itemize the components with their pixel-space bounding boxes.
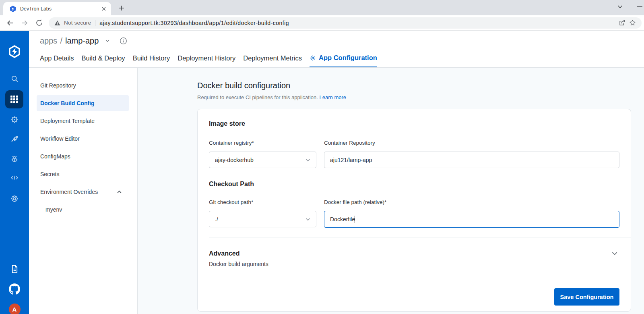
- forward-button[interactable]: [19, 17, 30, 29]
- tab-app-details[interactable]: App Details: [40, 54, 74, 67]
- browser-toolbar: Not secure ajay.studentsupport.tk:30293/…: [0, 15, 644, 31]
- url-text[interactable]: ajay.studentsupport.tk:30293/dashboard/a…: [99, 20, 617, 26]
- tab-deployment-metrics[interactable]: Deployment Metrics: [243, 54, 302, 67]
- page-subtitle: Required to execute CI pipelines for thi…: [197, 94, 631, 101]
- nav-item-workflow-editor[interactable]: Workflow Editor: [37, 131, 129, 147]
- app-tabs: App Details Build & Deploy Build History…: [40, 54, 385, 67]
- container-registry-select[interactable]: ajay-dockerhub: [209, 152, 316, 168]
- nav-item-secrets[interactable]: Secrets: [37, 166, 129, 182]
- app-shell: A apps / lamp-app App Details Build & De…: [0, 31, 644, 314]
- devtron-favicon-icon: [9, 5, 17, 12]
- save-configuration-button[interactable]: Save Configuration: [554, 288, 619, 306]
- deployment-rocket-icon[interactable]: [0, 135, 29, 144]
- config-nav: Git Repository Docker Build Config Deplo…: [29, 68, 138, 314]
- text-caret: [355, 216, 355, 223]
- container-registry-label: Container registry*: [209, 139, 316, 146]
- window-minimize-icon[interactable]: [635, 2, 644, 11]
- applications-grid-icon: [10, 95, 19, 104]
- bookmark-star-icon[interactable]: [627, 18, 638, 28]
- security-bug-icon[interactable]: [0, 154, 29, 163]
- app-switch-chevron-icon[interactable]: [105, 38, 110, 44]
- tab-build-deploy[interactable]: Build & Deploy: [81, 54, 125, 67]
- collapse-chevron-icon[interactable]: [116, 189, 122, 195]
- omnibox-separator: [95, 20, 95, 26]
- breadcrumb-apps[interactable]: apps: [40, 36, 57, 46]
- not-secure-warning-icon[interactable]: [54, 20, 60, 26]
- select-chevron-icon: [305, 157, 311, 163]
- select-chevron-icon: [305, 216, 311, 223]
- global-config-gear-icon[interactable]: [0, 194, 29, 203]
- git-checkout-path-select[interactable]: ./: [209, 211, 316, 227]
- nav-item-myenv[interactable]: myenv: [37, 202, 129, 218]
- checkout-path-heading: Checkout Path: [209, 180, 619, 188]
- docker-build-arguments-label: Docker build arguments: [209, 261, 619, 268]
- tab-build-history[interactable]: Build History: [133, 54, 170, 67]
- devtron-sidebar: A: [0, 31, 29, 314]
- user-avatar[interactable]: A: [0, 304, 29, 314]
- image-store-heading: Image store: [209, 120, 619, 128]
- breadcrumb: apps / lamp-app: [40, 35, 127, 46]
- share-icon[interactable]: [617, 18, 627, 28]
- app-config-gear-icon: [310, 55, 316, 61]
- address-bar[interactable]: Not secure ajay.studentsupport.tk:30293/…: [49, 17, 642, 29]
- app-header: apps / lamp-app App Details Build & Depl…: [29, 31, 644, 68]
- docker-file-path-label: Docker file path (relative)*: [324, 199, 619, 206]
- applications-nav-active[interactable]: [5, 90, 23, 108]
- browser-tab[interactable]: DevTron Labs: [3, 2, 111, 15]
- nav-item-environment-overrides[interactable]: Environment Overrides: [37, 184, 129, 200]
- container-repository-label: Container Repository: [324, 139, 619, 146]
- nav-item-git-repository[interactable]: Git Repository: [37, 77, 129, 94]
- advanced-heading: Advanced: [209, 249, 239, 258]
- nav-item-configmaps[interactable]: ConfigMaps: [37, 148, 129, 164]
- tab-title: DevTron Labs: [20, 6, 100, 12]
- app-info-icon[interactable]: [120, 37, 127, 45]
- tab-close-icon[interactable]: [100, 5, 107, 12]
- breadcrumb-separator: /: [60, 36, 62, 46]
- helm-charts-icon[interactable]: [0, 115, 29, 124]
- search-icon[interactable]: [0, 75, 29, 83]
- breadcrumb-app-name[interactable]: lamp-app: [65, 36, 99, 46]
- tab-app-configuration[interactable]: App Configuration: [310, 54, 377, 67]
- app-body: Git Repository Docker Build Config Deplo…: [29, 68, 644, 314]
- learn-more-link[interactable]: Learn more: [320, 94, 346, 100]
- page-title: Docker build configuration: [197, 80, 631, 91]
- nav-item-docker-build-config[interactable]: Docker Build Config: [37, 95, 129, 111]
- github-icon[interactable]: [0, 283, 29, 295]
- tab-search-icon[interactable]: [615, 2, 625, 11]
- docs-file-icon[interactable]: [0, 264, 29, 274]
- browser-tab-strip: DevTron Labs: [0, 0, 644, 15]
- devtron-logo-icon[interactable]: [8, 45, 21, 58]
- reload-button[interactable]: [33, 17, 45, 29]
- bulk-edit-code-icon[interactable]: [0, 173, 29, 182]
- advanced-expand-chevron-icon[interactable]: [611, 250, 619, 258]
- tab-deployment-history[interactable]: Deployment History: [178, 54, 235, 67]
- container-repository-input[interactable]: [324, 152, 619, 168]
- new-tab-button[interactable]: [116, 3, 127, 13]
- back-button[interactable]: [4, 17, 16, 29]
- nav-item-deployment-template[interactable]: Deployment Template: [37, 113, 129, 129]
- app-right-column: apps / lamp-app App Details Build & Depl…: [29, 31, 644, 314]
- security-label[interactable]: Not secure: [64, 20, 91, 26]
- main-content: Docker build configuration Required to e…: [138, 68, 644, 314]
- docker-file-path-input[interactable]: [324, 211, 619, 228]
- git-checkout-path-label: Git checkout path*: [209, 199, 316, 206]
- section-divider: [209, 237, 631, 237]
- docker-build-config-card: Image store Container registry* Containe…: [197, 109, 631, 312]
